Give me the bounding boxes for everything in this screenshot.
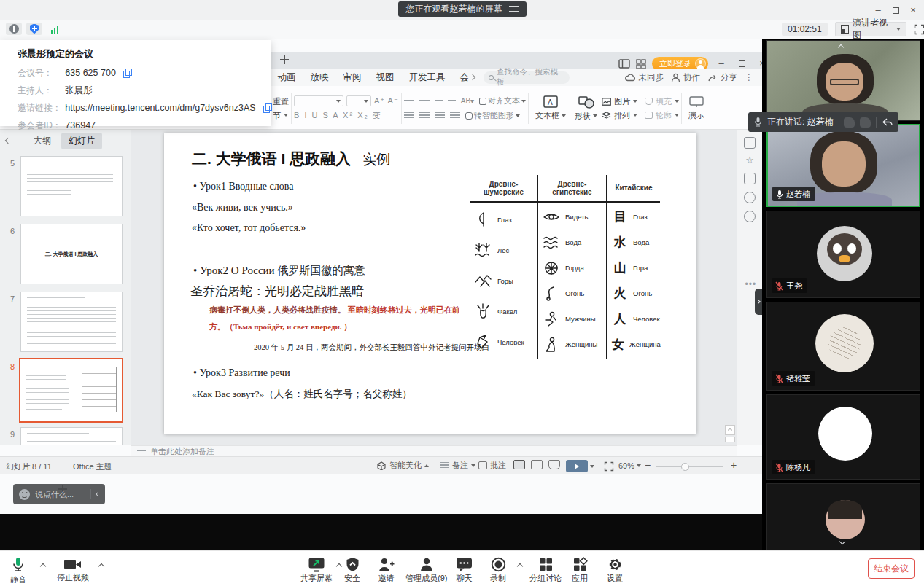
sorter-view-icon[interactable] (531, 460, 543, 469)
end-meeting-button[interactable]: 结束会议 (868, 558, 915, 579)
security-shield-icon[interactable] (26, 23, 42, 35)
zoom-slider[interactable] (656, 466, 723, 467)
font-size-buttons[interactable]: A⁺ A⁻ (374, 96, 399, 106)
outline-button[interactable]: 轮廓 (645, 109, 679, 122)
status-notes-button[interactable]: 备注 (440, 460, 475, 471)
participant-tile-chenyangfan[interactable]: 陈杨凡 (766, 394, 920, 480)
zoom-out-icon[interactable]: − (645, 459, 651, 471)
view-mode-button[interactable]: 演讲者视图 (835, 22, 906, 36)
shapes-button[interactable]: 形状 (570, 95, 602, 122)
settings-button[interactable]: 设置 (607, 557, 623, 584)
share-options-icon[interactable] (336, 563, 342, 569)
indent-decrease-icon[interactable] (435, 98, 443, 105)
apps-button[interactable]: 应用 (572, 557, 588, 584)
theme-name[interactable]: Office 主题 (73, 461, 112, 472)
font-name-combobox[interactable] (294, 95, 343, 106)
wps-maximize-icon[interactable] (734, 60, 749, 67)
history-icon[interactable] (744, 211, 756, 222)
notes-bar[interactable]: 单击此处添加备注 (131, 445, 737, 456)
copy-meeting-id-icon[interactable] (123, 69, 131, 77)
properties-icon[interactable] (744, 137, 756, 149)
scroll-participants-up-icon[interactable] (838, 44, 844, 50)
stop-video-button[interactable]: 停止视频 (57, 557, 89, 583)
tab-slides[interactable]: 幻灯片 (61, 133, 102, 149)
menu-tab-member[interactable]: 会 (453, 71, 471, 84)
grid-windows-icon[interactable] (636, 59, 646, 69)
scroll-participants-down-icon[interactable] (839, 539, 845, 544)
participant-tile-chuyaying[interactable]: 褚雅莹 (766, 302, 920, 391)
fit-slide-icon[interactable] (604, 461, 614, 472)
share-button[interactable]: 分享 (707, 72, 737, 83)
zoom-level[interactable]: 69% (618, 461, 641, 470)
new-tab-icon[interactable] (280, 55, 289, 64)
mic-options-icon[interactable] (40, 563, 46, 569)
zoom-in-icon[interactable]: + (731, 459, 737, 471)
chat-button[interactable]: 聊天 (456, 557, 473, 584)
close-icon[interactable]: × (904, 0, 922, 20)
copy-link-icon[interactable] (263, 103, 271, 112)
status-comments-button[interactable]: 批注 (478, 460, 506, 471)
align-left-icon[interactable] (404, 112, 414, 120)
slide-thumbnail-7[interactable] (20, 292, 123, 352)
slide-thumbnail-6[interactable]: 二. 大学俄语 I 思政融入 (20, 224, 123, 284)
picture-button[interactable]: 图片 (602, 95, 637, 108)
maximize-icon[interactable] (887, 7, 904, 14)
camera-options-icon[interactable] (98, 563, 104, 569)
slide-thumbnail-8-selected[interactable] (19, 358, 123, 423)
text-direction-button[interactable]: AB▾ (461, 97, 474, 105)
security-button[interactable]: 安全 (344, 557, 360, 584)
menu-scroll-icon[interactable] (470, 74, 475, 80)
beautify-button[interactable]: 智能美化 (376, 460, 429, 471)
menu-tab-devtools[interactable]: 开发工具 (402, 71, 453, 84)
present-button[interactable]: 演示 (684, 89, 709, 128)
participant-tile-top[interactable] (766, 40, 920, 121)
participant-tile-wangyao[interactable]: 王尧 (766, 211, 920, 298)
panel-icon[interactable] (744, 173, 756, 184)
bullet-list-icon[interactable] (404, 98, 414, 105)
textbox-button[interactable]: A 文本框 (531, 95, 570, 121)
thumbsup-icon[interactable] (860, 117, 871, 128)
prev-slide-button[interactable] (725, 425, 735, 435)
numbered-list-icon[interactable] (419, 98, 430, 105)
normal-view-icon[interactable] (513, 460, 525, 469)
font-size-combobox[interactable] (346, 95, 371, 106)
sidebar-collapse-handle[interactable] (755, 289, 762, 315)
menu-tab-view[interactable]: 视图 (369, 71, 402, 84)
menu-tab-review[interactable]: 审阅 (336, 71, 369, 84)
smartart-button[interactable]: 转智能图形 (465, 110, 520, 121)
mute-button[interactable]: 静音 (10, 557, 26, 585)
fullscreen-icon[interactable] (914, 24, 924, 35)
more-menu-icon[interactable]: ⋮ (745, 72, 753, 82)
align-text-button[interactable]: 对齐文本 (479, 95, 526, 106)
scroll-thumb[interactable] (725, 437, 735, 442)
command-search[interactable]: 查找命令、搜索模板 (484, 71, 570, 84)
align-center-icon[interactable] (419, 112, 430, 120)
indent-increase-icon[interactable] (448, 98, 456, 105)
tab-outline[interactable]: 大纲 (26, 133, 58, 149)
zoom-slider-knob[interactable] (681, 463, 689, 471)
more-dots-icon[interactable]: ••• (745, 279, 755, 289)
favorites-star-icon[interactable]: ☆ (737, 155, 762, 165)
collab-button[interactable]: 协作 (671, 72, 700, 83)
record-options-icon[interactable] (517, 563, 523, 569)
meeting-info-icon[interactable] (6, 23, 22, 35)
clap-icon[interactable] (844, 117, 855, 128)
manage-members-button[interactable]: 管理成员(9) (405, 557, 447, 584)
slide-thumbnail-9[interactable] (20, 427, 123, 445)
collapse-panel-icon[interactable] (5, 138, 11, 144)
participant-tile-bottom[interactable] (766, 483, 920, 550)
font-style-buttons[interactable]: B I U S A X² X₂ 变 (294, 110, 399, 121)
slide-thumbnail-5[interactable] (20, 156, 123, 216)
current-slide[interactable]: 二. 大学俄语 I 思政融入实例 Урок1 Вводные слова «Ве… (164, 133, 696, 434)
align-right-icon[interactable] (435, 112, 445, 120)
menu-tab-animation[interactable]: 动画 (271, 71, 303, 84)
arrange-button[interactable]: 排列 (602, 109, 637, 122)
menu-tab-slideshow[interactable]: 放映 (303, 71, 336, 84)
justify-icon[interactable] (450, 112, 460, 120)
banner-menu-icon[interactable] (509, 6, 519, 12)
help-icon[interactable] (744, 192, 756, 203)
collapse-chat-icon[interactable] (96, 492, 100, 496)
reply-arrow-icon[interactable] (882, 117, 893, 127)
watching-banner[interactable]: 您正在观看赵若楠的屏幕 (398, 1, 527, 17)
fill-button[interactable]: 填充 (645, 95, 679, 108)
